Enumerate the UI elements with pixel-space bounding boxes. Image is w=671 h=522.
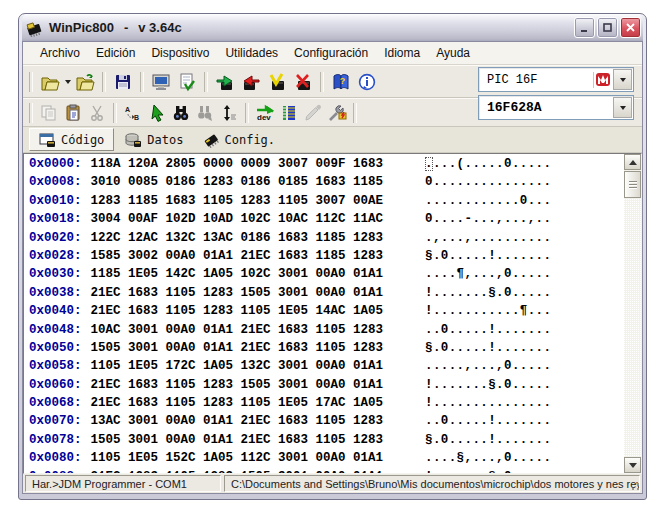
device-memory-icon[interactable] — [277, 101, 301, 125]
hex-address: 0x0010: — [24, 194, 82, 208]
find-icon[interactable] — [169, 101, 193, 125]
hex-words: 13AC 3001 00A0 01A1 21EC 1683 1105 1283 — [91, 414, 384, 428]
hex-words: 1585 3002 00A0 01A1 21EC 1683 1185 1283 — [91, 249, 384, 263]
hex-row[interactable]: 0x0028:1585 3002 00A0 01A1 21EC 1683 118… — [24, 247, 624, 265]
menu-idioma[interactable]: Idioma — [376, 44, 428, 62]
hex-row[interactable]: 0x0070:13AC 3001 00A0 01A1 21EC 1683 110… — [24, 412, 624, 430]
tab-codigo[interactable]: Código — [29, 128, 114, 151]
cut-icon[interactable] — [85, 101, 109, 125]
hex-address: 0x0000: — [24, 157, 82, 171]
svg-text:A: A — [125, 106, 130, 113]
find-next-icon[interactable] — [193, 101, 217, 125]
hex-ascii: ....(.....0..... — [425, 155, 551, 173]
scrollbar-thumb[interactable] — [624, 171, 641, 198]
menubar: Archivo Edición Dispositivo Utilidades C… — [23, 42, 642, 65]
hex-row[interactable]: 0x0030:1185 1E05 142C 1A05 102C 3001 00A… — [24, 265, 624, 283]
hex-address: 0x0030: — [24, 267, 82, 281]
hex-ascii: !............... — [425, 394, 551, 412]
scroll-down-icon[interactable] — [624, 457, 641, 473]
help-book-icon[interactable]: ? — [328, 69, 354, 95]
maximize-icon[interactable] — [597, 17, 618, 38]
device-combo-arrow[interactable] — [613, 97, 632, 118]
hex-words: 1505 3001 00A0 01A1 21EC 1683 1105 1283 — [91, 341, 384, 355]
vertical-scrollbar[interactable] — [624, 154, 641, 473]
hex-row[interactable]: 0x0010:1283 1185 1683 1105 1283 1105 300… — [24, 192, 624, 210]
open-file-icon[interactable] — [37, 69, 63, 95]
device-combo-value: 16F628A — [479, 100, 612, 115]
hex-row[interactable]: 0x0008:3010 0085 0186 1283 0186 0185 168… — [24, 173, 624, 191]
tab-datos-label: Datos — [147, 133, 183, 147]
detect-device-icon[interactable] — [148, 69, 174, 95]
hex-words: 122C 12AC 132C 13AC 0186 1683 1185 1283 — [91, 231, 384, 245]
hex-ascii: .....,...,0..... — [425, 357, 551, 375]
resize-grip-icon[interactable] — [628, 479, 641, 492]
device-combos: PIC 16F 16F628A — [478, 67, 634, 120]
goto-address-icon[interactable] — [217, 101, 241, 125]
menu-configuracion[interactable]: Configuración — [286, 44, 376, 62]
hex-row[interactable]: 0x0020:122C 12AC 132C 13AC 0186 1683 118… — [24, 229, 624, 247]
hex-row[interactable]: 0x0040:21EC 1683 1105 1283 1105 1E05 14A… — [24, 302, 624, 320]
hex-words: 3004 00AF 102D 10AD 102C 10AC 112C 11AC — [91, 212, 384, 226]
hex-words: 1505 3001 00A0 01A1 21EC 1683 1105 1283 — [91, 433, 384, 447]
hex-row[interactable]: 0x0078:1505 3001 00A0 01A1 21EC 1683 110… — [24, 431, 624, 449]
hex-row[interactable]: 0x0058:1105 1E05 172C 1A05 132C 3001 00A… — [24, 357, 624, 375]
hex-address: 0x0068: — [24, 396, 82, 410]
verify-device-icon[interactable] — [264, 69, 290, 95]
hardware-setup-icon[interactable] — [325, 101, 349, 125]
copy-icon[interactable] — [37, 101, 61, 125]
close-icon[interactable] — [620, 17, 641, 38]
window-title: WinPic800-v 3.64c — [49, 20, 182, 35]
open-dropdown-caret[interactable] — [63, 70, 72, 94]
hex-address: 0x0018: — [24, 212, 82, 226]
hex-row[interactable]: 0x0038:21EC 1683 1105 1283 1505 3001 00A… — [24, 284, 624, 302]
hex-row[interactable]: 0x0000:118A 120A 2805 0000 0009 3007 009… — [24, 155, 624, 173]
hex-row[interactable]: 0x0018:3004 00AF 102D 10AD 102C 10AC 112… — [24, 210, 624, 228]
hex-words: 21EC 1683 1105 1283 1105 1E05 14AC 1A05 — [91, 304, 384, 318]
hex-ascii: 0............... — [425, 173, 551, 191]
hex-row[interactable]: 0x0048:10AC 3001 00A0 01A1 21EC 1683 110… — [24, 321, 624, 339]
hex-address: 0x0040: — [24, 304, 82, 318]
scroll-up-icon[interactable] — [624, 154, 641, 170]
erase-device-icon[interactable] — [290, 69, 316, 95]
hex-row[interactable]: 0x0068:21EC 1683 1105 1283 1105 1E05 17A… — [24, 394, 624, 412]
hex-ascii: !...........¶... — [425, 302, 551, 320]
replace-icon[interactable]: AB — [121, 101, 145, 125]
tab-config[interactable]: Config. — [194, 129, 284, 150]
select-cursor-icon[interactable] — [145, 101, 169, 125]
tab-codigo-label: Código — [61, 133, 104, 147]
menu-archivo[interactable]: Archivo — [32, 44, 88, 62]
verify-file-icon[interactable] — [174, 69, 200, 95]
menu-utilidades[interactable]: Utilidades — [217, 44, 286, 62]
reload-file-icon[interactable] — [72, 69, 98, 95]
svg-text:dev: dev — [257, 113, 271, 122]
hex-row[interactable]: 0x0060:21EC 1683 1105 1283 1505 3001 00A… — [24, 376, 624, 394]
paste-icon[interactable] — [61, 101, 85, 125]
hex-row[interactable]: 0x0080:1105 1E05 152C 1A05 112C 3001 00A… — [24, 449, 624, 467]
save-file-icon[interactable] — [110, 69, 136, 95]
hex-viewer[interactable]: 0x0000:118A 120A 2805 0000 0009 3007 009… — [23, 153, 642, 474]
write-device-icon[interactable] — [238, 69, 264, 95]
family-combo-arrow[interactable] — [613, 69, 632, 90]
program-pen-icon[interactable] — [301, 101, 325, 125]
tab-datos[interactable]: Datos — [116, 129, 192, 150]
menu-ayuda[interactable]: Ayuda — [428, 44, 478, 62]
hex-address: 0x0058: — [24, 359, 82, 373]
app-chip-icon — [26, 19, 44, 37]
read-device-icon[interactable] — [212, 69, 238, 95]
hex-address: 0x0070: — [24, 414, 82, 428]
dev-arrow-icon[interactable]: dev — [253, 101, 277, 125]
menu-edicion[interactable]: Edición — [88, 44, 143, 62]
device-combo[interactable]: 16F628A — [478, 95, 634, 120]
minimize-icon[interactable] — [574, 17, 595, 38]
hex-row[interactable]: 0x0050:1505 3001 00A0 01A1 21EC 1683 110… — [24, 339, 624, 357]
hex-words: 21EC 1683 1105 1283 1105 1E05 17AC 1A05 — [91, 396, 384, 410]
window-titlebar[interactable]: WinPic800-v 3.64c — [22, 14, 643, 41]
hex-address: 0x0048: — [24, 323, 82, 337]
about-info-icon[interactable] — [354, 69, 380, 95]
svg-text:?: ? — [340, 76, 346, 86]
menu-dispositivo[interactable]: Dispositivo — [143, 44, 217, 62]
family-combo[interactable]: PIC 16F — [478, 67, 634, 92]
status-file-path: C:\Documents and Settings\Bruno\Mis docu… — [224, 475, 640, 492]
microchip-logo — [593, 72, 612, 88]
family-combo-value: PIC 16F — [479, 73, 593, 87]
